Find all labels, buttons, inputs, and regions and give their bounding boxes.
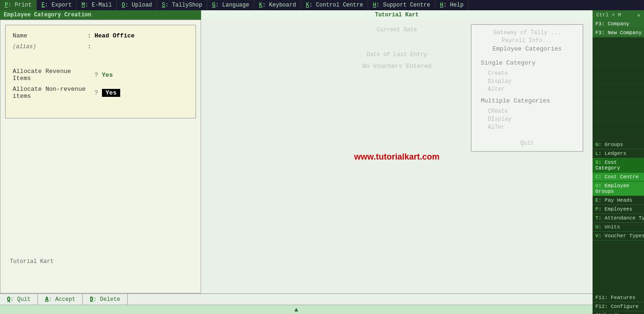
bottom-left: Q : Quit A : Accept D : Delete ▲	[0, 293, 593, 314]
payroll-label: Payroll Info...	[476, 37, 578, 44]
allocate-nonrevenue-row: Allocate Non-revenue items ? Yes	[13, 86, 188, 100]
menu-control-centre[interactable]: K: Control Centre	[301, 0, 368, 10]
allocate-revenue-label: Allocate Revenue Items	[13, 68, 87, 82]
employee-categories-panel: Gateway of Tally ... Payroll Info... Emp…	[471, 24, 583, 152]
quit-button[interactable]: Q : Quit	[0, 294, 38, 305]
top-menu-bar: P: Print E: Export M: E-Mail O: Upload S…	[0, 0, 644, 10]
menu-tallyshop[interactable]: S: TallyShop	[157, 0, 207, 10]
form-container: Name : Head Office (alias) : Allocate Re…	[5, 25, 196, 118]
sidebar-blank-10	[593, 122, 644, 131]
sidebar-blank-8	[593, 103, 644, 112]
very-bottom-bar: ▲	[0, 305, 593, 314]
allocate-revenue-value[interactable]: Yes	[102, 72, 113, 79]
delete-button[interactable]: D : Delete	[83, 294, 128, 305]
app-title: Tutorial Kart	[201, 10, 593, 20]
allocate-nonrevenue-value[interactable]: Yes	[102, 89, 120, 97]
sidebar-blank-5	[593, 75, 644, 84]
sidebar-f3-company[interactable]: F3: Company	[593, 20, 644, 29]
sidebar-cost-category[interactable]: S: Cost Category	[593, 158, 644, 173]
form-alias-row: (alias) :	[13, 43, 188, 50]
sidebar-blank-4	[593, 66, 644, 75]
menu-email[interactable]: M: E-Mail	[77, 0, 117, 10]
bottom-bar: Q : Quit A : Accept D : Delete	[0, 293, 593, 305]
sidebar-groups[interactable]: G: Groups	[593, 140, 644, 149]
watermark-left: Tutorial Kart	[10, 258, 54, 265]
sidebar-blank-9	[593, 112, 644, 122]
create2-item[interactable]: CReate	[476, 108, 578, 115]
multiple-categories-label: Multiple Categories	[476, 97, 578, 104]
right-bottom-bar: F11: Features F12: Configure Ctrl + N	[593, 293, 644, 314]
single-category-label: Single Category	[476, 59, 578, 66]
quit-item[interactable]: Quit	[476, 140, 578, 146]
sidebar-cost-centre[interactable]: C: Cost Centre	[593, 173, 644, 182]
ctrl-n[interactable]: Ctrl + N	[593, 311, 644, 314]
sidebar-f3-new-company[interactable]: F3: New Company	[593, 29, 644, 37]
middle-panel: Current Date day, 1 Apr, 2019 Date of La…	[201, 20, 593, 293]
menu-export[interactable]: E: Export	[37, 0, 77, 10]
sidebar-blank-1	[593, 37, 644, 47]
alter1-item[interactable]: Alter	[476, 86, 578, 93]
sidebar-pay-heads[interactable]: E: Pay Heads	[593, 196, 644, 205]
f11-features[interactable]: F11: Features	[593, 293, 644, 302]
alter2-item[interactable]: AlTer	[476, 124, 578, 131]
title-right: Ctrl + M ✕	[593, 10, 644, 20]
emp-categories-title: Employee Categories	[476, 45, 578, 52]
accept-button[interactable]: A : Accept	[38, 294, 83, 305]
create1-item[interactable]: Create	[476, 70, 578, 77]
menu-upload[interactable]: O: Upload	[117, 0, 157, 10]
sidebar-blank-11	[593, 131, 644, 140]
sidebar-employee-groups[interactable]: O: Employee Groups	[593, 182, 644, 196]
sidebar-units[interactable]: U: Units	[593, 223, 644, 232]
display2-item[interactable]: DIsplay	[476, 116, 578, 123]
bottom-layout: Q : Quit A : Accept D : Delete ▲ F11: Fe…	[0, 293, 644, 314]
display1-item[interactable]: Display	[476, 78, 578, 85]
watermark-url: www.tutorialkart.com	[354, 152, 439, 161]
allocate-revenue-row: Allocate Revenue Items ? Yes	[13, 68, 188, 82]
menu-help[interactable]: H: Help	[435, 0, 469, 10]
sidebar-attendance-type[interactable]: T: Attendance Type	[593, 214, 644, 223]
sidebar-voucher-types[interactable]: V: Voucher Types	[593, 232, 644, 241]
menu-support-centre[interactable]: H: Support Centre	[368, 0, 435, 10]
alias-label: (alias)	[13, 44, 87, 50]
name-value: Head Office	[94, 32, 135, 39]
sidebar-ledgers[interactable]: L: Ledgers	[593, 149, 644, 158]
allocate-nonrevenue-label: Allocate Non-revenue items	[13, 86, 87, 100]
form-name-row: Name : Head Office	[13, 32, 188, 39]
name-label: Name	[13, 32, 87, 39]
right-sidebar: F3: Company F3: New Company G: Groups L:…	[593, 20, 644, 293]
main-layout: Name : Head Office (alias) : Allocate Re…	[0, 20, 644, 293]
menu-language[interactable]: G: Language	[207, 0, 254, 10]
menu-print[interactable]: P: Print	[0, 0, 37, 10]
form-title: Employee Category Creation	[0, 10, 201, 20]
sidebar-blank-6	[593, 84, 644, 94]
title-bar: Employee Category Creation Tutorial Kart…	[0, 10, 644, 20]
sidebar-blank-3	[593, 56, 644, 66]
left-panel: Name : Head Office (alias) : Allocate Re…	[0, 20, 201, 293]
scroll-up-icon[interactable]: ▲	[294, 306, 298, 314]
sidebar-employees[interactable]: P: Employees	[593, 205, 644, 214]
sidebar-blank-7	[593, 94, 644, 103]
sidebar-blank-2	[593, 47, 644, 56]
menu-keyboard[interactable]: K: Keyboard	[254, 0, 301, 10]
f12-configure[interactable]: F12: Configure	[593, 302, 644, 311]
gateway-label: Gateway of Tally ...	[476, 29, 578, 36]
